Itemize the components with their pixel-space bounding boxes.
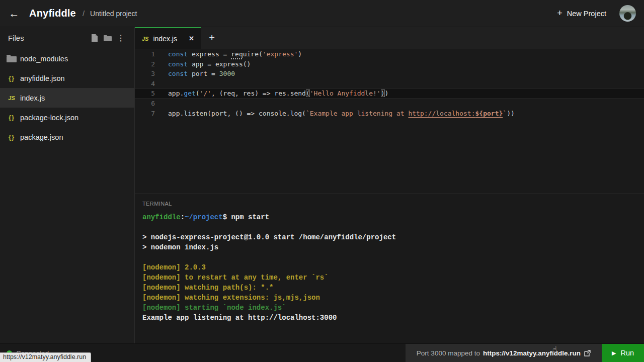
folder-icon [7,56,17,62]
line-number: 7 [135,109,155,119]
terminal-line-11: Example app listening at http://localhos… [142,313,644,323]
terminal-line-6: [nodemon] 2.0.3 [142,262,644,273]
anyfiddle-app: ← Anyfiddle / Untitled project + New Pro… [0,0,644,362]
editor-column: JS index.js ✕ + 1const express = require… [135,27,644,343]
json-file-icon: {} [7,133,17,141]
terminal-line-1: anyfiddle:~/project$ npm start [142,212,644,222]
port-mapping-panel: Port 3000 mapped to https://v12matyy.any… [406,344,602,362]
terminal-line-2 [142,222,644,232]
line-number: 3 [135,69,155,79]
new-file-button[interactable] [88,33,101,43]
port-mapping-link[interactable]: https://v12matyy.anyfiddle.run [483,349,591,357]
mouse-cursor: ☝ [552,345,557,354]
file-label: index.js [20,94,45,102]
status-bar: Connected Port 3000 mapped to https://v1… [0,343,644,362]
line-number: 1 [135,49,155,59]
code-line-3: 3const port = 3000 [135,69,644,79]
json-file-icon: {} [7,74,17,82]
file-label: package.json [20,133,63,141]
js-file-icon: JS [142,36,148,42]
app-logo[interactable]: Anyfiddle [29,8,76,19]
file-list: node_modules{}anyfiddle.jsonJSindex.js{}… [0,49,134,147]
files-panel: Files ⋮ node_modules{}anyfiddle.jsonJSin… [0,27,135,343]
terminal-line-5 [142,252,644,262]
file-row-anyfiddle.json[interactable]: {}anyfiddle.json [0,68,134,88]
terminal-line-8: [nodemon] watching path(s): *.* [142,283,644,293]
new-folder-icon [104,35,112,41]
code-line-2: 2const app = express() [135,59,644,69]
plus-icon: + [557,8,562,19]
project-title[interactable]: Untitled project [90,10,137,18]
file-row-package.json[interactable]: {}package.json [0,127,134,147]
files-panel-title: Files [8,34,88,42]
js-file-icon: JS [7,95,17,101]
json-file-icon: {} [7,114,17,121]
file-label: package-lock.json [20,114,78,122]
tab-close-button[interactable]: ✕ [187,34,196,43]
line-number: 4 [135,79,155,89]
main-area: Files ⋮ node_modules{}anyfiddle.jsonJSin… [0,27,644,343]
file-row-index.js[interactable]: JSindex.js [0,88,134,108]
new-folder-button[interactable] [101,33,114,43]
terminal-line-7: [nodemon] to restart at any time, enter … [142,273,644,283]
new-file-icon [92,34,98,42]
file-row-package-lock.json[interactable]: {}package-lock.json [0,108,134,127]
code-line-7: 7app.listen(port, () => console.log(`Exa… [135,109,644,119]
tab-index-js[interactable]: JS index.js ✕ [135,27,201,49]
breadcrumb-separator: / [83,9,85,18]
terminal-lines: anyfiddle:~/project$ npm start > nodejs-… [142,212,644,323]
tab-label: index.js [153,35,187,43]
line-number: 6 [135,99,155,109]
code-line-1: 1const express = require('express') [135,49,644,59]
back-button[interactable]: ← [7,7,21,21]
kebab-menu-icon: ⋮ [117,33,125,43]
external-link-icon [584,350,591,356]
terminal-title: TERMINAL [142,201,644,207]
file-label: node_modules [20,55,68,63]
browser-link-status: https://v12matyy.anyfiddle.run [0,352,91,362]
files-panel-header: Files ⋮ [0,27,134,49]
new-tab-button[interactable]: + [201,27,223,49]
terminal-line-4: > nodemon index.js [142,242,644,252]
new-project-label: New Project [567,10,606,18]
code-line-4: 4 [135,79,644,89]
file-row-node_modules[interactable]: node_modules [0,49,134,68]
port-link-url: https://v12matyy.anyfiddle.run [483,349,581,357]
play-icon: ▶ [612,350,616,356]
new-project-button[interactable]: + New Project [557,8,606,19]
tab-strip: JS index.js ✕ + [135,27,644,49]
code-editor[interactable]: 1const express = require('express')2cons… [135,49,644,194]
terminal-line-9: [nodemon] watching extensions: js,mjs,js… [142,293,644,303]
terminal-panel[interactable]: TERMINAL anyfiddle:~/project$ npm start … [135,194,644,343]
port-mapping-text: Port 3000 mapped to [417,349,480,357]
top-bar: ← Anyfiddle / Untitled project + New Pro… [0,0,644,27]
terminal-line-3: > nodejs-express-project@1.0.0 start /ho… [142,232,644,242]
code-lines: 1const express = require('express')2cons… [135,49,644,118]
run-label: Run [620,349,634,357]
code-line-6: 6 [135,99,644,109]
terminal-line-10: [nodemon] starting `node index.js` [142,303,644,313]
more-options-button[interactable]: ⋮ [114,33,127,43]
file-label: anyfiddle.json [20,74,65,82]
user-avatar[interactable] [619,5,636,22]
line-number: 2 [135,59,155,69]
line-number: 5 [135,88,155,99]
code-line-5: 5app.get('/', (req, res) => res.send('He… [135,88,644,99]
run-button[interactable]: ▶ Run [602,344,644,362]
